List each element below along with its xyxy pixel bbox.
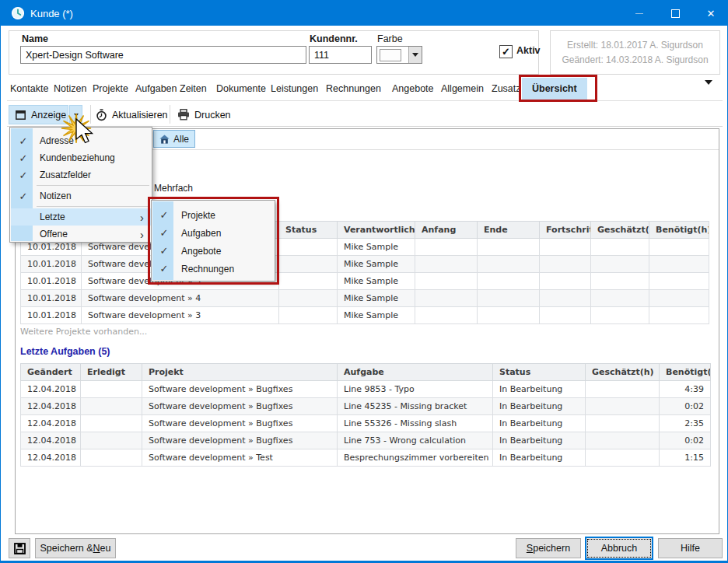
table-cell[interactable] [478, 273, 540, 290]
table-cell[interactable]: 10.01.2018 [21, 290, 82, 307]
tab-notizen[interactable]: Notizen [54, 83, 86, 94]
table-cell[interactable] [586, 381, 660, 398]
table-cell[interactable] [279, 256, 338, 273]
name-field[interactable] [20, 46, 306, 64]
table-cell[interactable] [540, 256, 591, 273]
table-cell[interactable]: In Bearbeitung [493, 398, 586, 415]
table-cell[interactable]: 10.01.2018 [21, 256, 82, 273]
table-cell[interactable]: In Bearbeitung [493, 381, 586, 398]
table-cell[interactable] [540, 290, 591, 307]
tab-projekte[interactable]: Projekte [93, 83, 128, 94]
table-cell[interactable]: Besprechungszimmer vorbereiten [338, 449, 493, 467]
table-cell[interactable]: Line 9853 - Typo [338, 381, 493, 398]
table-cell[interactable] [415, 307, 478, 324]
table-row[interactable]: 12.04.2018Software development » Bugfixe… [21, 415, 711, 432]
table-cell[interactable] [649, 239, 709, 256]
table-cell[interactable] [586, 415, 660, 432]
table-cell[interactable]: In Bearbeitung [493, 415, 586, 432]
table-row[interactable]: 12.04.2018Software development » Bugfixe… [21, 432, 711, 449]
table-cell[interactable]: 10.01.2018 [21, 307, 82, 324]
table-cell[interactable] [81, 415, 142, 432]
table-cell[interactable]: Software development » Bugfixes [142, 415, 338, 432]
table-cell[interactable] [591, 307, 649, 324]
menu-item-kundenbeziehung[interactable]: ✓ Kundenbeziehung [11, 149, 151, 166]
table-cell[interactable] [415, 273, 478, 290]
tab-zusatz[interactable]: Zusatz [492, 83, 521, 94]
table-cell[interactable] [649, 290, 709, 307]
tab-dokumente[interactable]: Dokumente [216, 83, 266, 94]
table-cell[interactable] [540, 273, 591, 290]
table-cell[interactable] [586, 398, 660, 415]
aktualisieren-button[interactable]: Aktualisieren [96, 105, 168, 124]
table-cell[interactable] [478, 239, 540, 256]
table-row[interactable]: 10.01.2018Software development » 9Mike S… [21, 273, 709, 290]
table-cell[interactable]: 0:02 [660, 432, 711, 449]
table-cell[interactable]: Mike Sample [338, 307, 415, 324]
table-cell[interactable] [478, 307, 540, 324]
table-cell[interactable] [279, 273, 338, 290]
table-cell[interactable] [586, 432, 660, 449]
table-cell[interactable]: Line 55326 - Missing slash [338, 415, 493, 432]
table-cell[interactable]: Software development » 3 [82, 307, 279, 324]
table-cell[interactable] [649, 256, 709, 273]
aktiv-checkbox[interactable]: ✓ [499, 45, 513, 58]
speichern-button[interactable]: Speichern [516, 538, 581, 558]
table-cell[interactable] [649, 273, 709, 290]
table-cell[interactable] [591, 273, 649, 290]
table-cell[interactable]: 10.01.2018 [21, 273, 82, 290]
table-cell[interactable] [591, 239, 649, 256]
table-cell[interactable] [81, 381, 142, 398]
table-cell[interactable]: 12.04.2018 [21, 449, 81, 467]
table-cell[interactable]: 12.04.2018 [21, 415, 81, 432]
table-cell[interactable] [478, 256, 540, 273]
table-cell[interactable]: 4:39 [660, 381, 711, 398]
table-cell[interactable]: Line 753 - Wrong calculation [338, 432, 493, 449]
table-cell[interactable] [591, 256, 649, 273]
kundennr-field[interactable] [309, 46, 372, 64]
table-cell[interactable]: 0:02 [660, 398, 711, 415]
table-row[interactable]: 12.04.2018Software development » Bugfixe… [21, 398, 711, 415]
table-cell[interactable] [81, 449, 142, 467]
table-cell[interactable]: 2:35 [660, 415, 711, 432]
table-cell[interactable]: Mike Sample [338, 256, 415, 273]
color-dropdown-arrow[interactable] [408, 47, 422, 63]
menu-item-notizen[interactable]: ✓ Notizen [11, 187, 151, 205]
color-dropdown[interactable] [376, 46, 422, 64]
speichern-neu-button[interactable]: Speichern & Neu [35, 538, 116, 558]
drucken-button[interactable]: Drucken [177, 105, 231, 124]
table-cell[interactable] [591, 290, 649, 307]
tab-allgemein[interactable]: Allgemein [441, 83, 484, 94]
menu-item-letzte[interactable]: Letzte › [11, 208, 151, 226]
menu-item-zusatzfelder[interactable]: ✓ Zusatzfelder [11, 166, 151, 184]
anzeige-button[interactable]: Anzeige [9, 105, 68, 124]
table-cell[interactable]: In Bearbeitung [493, 432, 586, 449]
table-cell[interactable]: 1:15 [660, 449, 711, 467]
tab-aufgaben[interactable]: Aufgaben [135, 83, 177, 94]
table-cell[interactable] [586, 449, 660, 467]
table-cell[interactable] [478, 290, 540, 307]
table-cell[interactable] [415, 290, 478, 307]
tab-leistungen[interactable]: Leistungen [271, 83, 318, 94]
table-cell[interactable] [81, 432, 142, 449]
table-cell[interactable] [415, 239, 478, 256]
tab-overflow-button[interactable] [705, 85, 712, 99]
table-cell[interactable] [279, 239, 338, 256]
close-button[interactable]: ✕ [693, 1, 728, 26]
table-cell[interactable] [649, 307, 709, 324]
table-cell[interactable]: 12.04.2018 [21, 398, 81, 415]
table-cell[interactable] [540, 239, 591, 256]
alle-filter-button[interactable]: Alle [153, 130, 195, 148]
tab-rechnungen[interactable]: Rechnungen [326, 83, 381, 94]
table-cell[interactable]: 12.04.2018 [21, 432, 81, 449]
table-cell[interactable] [81, 398, 142, 415]
table-cell[interactable] [279, 307, 338, 324]
table-cell[interactable]: In Bearbeitung [493, 449, 586, 467]
table-cell[interactable] [540, 307, 591, 324]
table-cell[interactable]: Line 45235 - Missing bracket [338, 398, 493, 415]
table-cell[interactable]: Software development » Bugfixes [142, 381, 338, 398]
table-cell[interactable] [279, 290, 338, 307]
table-cell[interactable]: Software development » 4 [82, 290, 279, 307]
tab-angebote[interactable]: Angebote [392, 83, 434, 94]
table-row[interactable]: 10.01.2018Software development » 4Mike S… [21, 290, 709, 307]
tab-zeiten[interactable]: Zeiten [180, 83, 207, 94]
